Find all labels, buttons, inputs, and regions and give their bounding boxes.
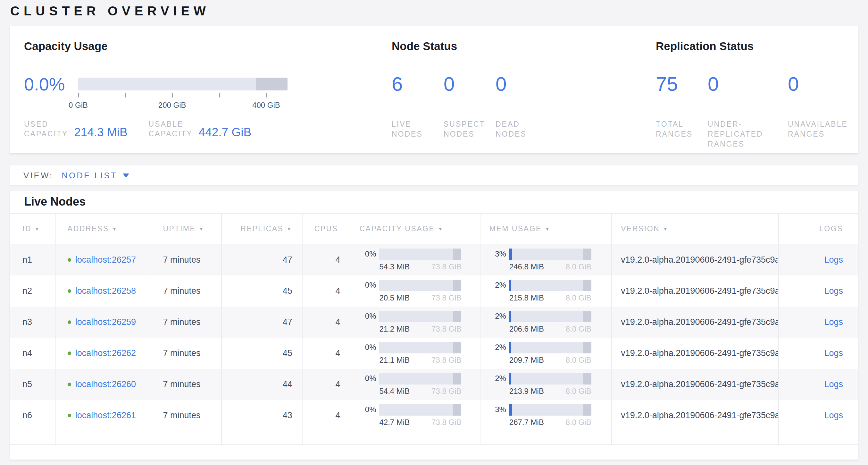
view-dropdown[interactable]: NODE LIST [62,171,129,180]
address-link[interactable]: localhost:26257 [75,255,136,265]
cell-address: localhost:26258 [56,275,152,307]
mem-bar-reserved-segment [583,342,591,353]
capacity-usage: 0%54.4 MiB73.8 GiB [359,373,461,396]
column-header-address[interactable]: ADDRESS▼ [56,213,152,244]
metric-live-nodes: 6LIVE NODES [392,74,444,139]
page-title: CLUSTER OVERVIEW [10,4,210,18]
cell-address: localhost:26260 [56,369,152,400]
sort-arrow-icon: ▼ [663,226,668,232]
cell-uptime: 7 minutes [151,369,222,400]
capacity-stat-value: 442.7 GiB [199,126,252,139]
axis-tick [125,93,126,97]
address-link[interactable]: localhost:26259 [75,317,136,327]
mem-usage-bar [509,404,591,416]
table-row: n6localhost:262617 minutes4340%42.7 MiB7… [10,400,858,431]
mem-usage-bar-block: 209.7 MiB8.0 GiB [509,342,591,365]
logs-link[interactable]: Logs [824,317,843,327]
live-nodes-title: Live Nodes [24,195,86,208]
capacity-bar-reserved-segment [256,78,287,90]
mem-usage-percent: 2% [490,374,506,383]
mem-usage-percent: 2% [490,280,506,290]
column-label: REPLICAS [241,225,284,233]
footer-cell [779,431,858,444]
capacity-total-value: 73.8 GiB [431,262,461,271]
mem-bar-reserved-segment [583,249,591,260]
logs-link[interactable]: Logs [824,255,843,265]
axis-tick-label: 0 GiB [69,101,88,110]
cell-version: v19.2.0-alpha.20190606-2491-gfe735c9a97 [612,369,779,400]
sort-arrow-icon: ▼ [35,226,40,232]
capacity-usage-labels: 20.5 MiB73.8 GiB [379,293,461,302]
capacity-used-value: 42.7 MiB [379,418,410,427]
axis-tick [172,93,173,97]
mem-usage-bar [509,373,591,384]
column-header-id[interactable]: ID▼ [10,213,56,244]
footer-cell [480,431,612,444]
footer-cell [222,431,303,444]
cell-logs: Logs [779,307,858,338]
axis-tick [78,93,79,97]
column-header-version[interactable]: VERSION▼ [612,213,779,244]
logs-link[interactable]: Logs [824,379,843,389]
mem-used-value: 206.6 MiB [509,324,544,333]
capacity-usage-cell: 0%21.1 MiB73.8 GiB [350,338,480,369]
cell-node-id: n5 [10,369,56,400]
mem-usage: 3%267.7 MiB8.0 GiB [490,404,591,427]
capacity-stat-value: 214.3 MiB [74,126,128,139]
cell-cpus: 4 [303,369,351,400]
capacity-bar-reserved-segment [453,404,462,416]
mem-usage-bar [509,342,591,353]
chevron-down-icon [123,174,129,178]
cell-node-id: n6 [10,400,56,431]
mem-total-value: 8.0 GiB [566,324,591,333]
sort-arrow-icon: ▼ [438,226,443,232]
mem-usage: 2%213.9 MiB8.0 GiB [490,373,591,396]
logs-link[interactable]: Logs [824,410,843,420]
metric-label: UNDER-REPLICATED RANGES [708,119,788,149]
version-text: v19.2.0-alpha.20190606-2491-gfe735c9a97 [621,286,779,296]
axis-tick-label: 400 GiB [252,101,280,110]
address-link[interactable]: localhost:26262 [75,348,136,358]
mem-usage-percent: 2% [490,311,506,321]
cell-node-id: n4 [10,338,56,369]
cell-logs: Logs [779,369,858,400]
capacity-total-value: 73.8 GiB [431,293,461,302]
table-body: n1localhost:262577 minutes4740%54.3 MiB7… [10,244,858,431]
capacity-usage-cell: 0%54.4 MiB73.8 GiB [350,369,480,400]
logs-link[interactable]: Logs [824,348,843,358]
table-row: n5localhost:262607 minutes4440%54.4 MiB7… [10,369,858,400]
address-link[interactable]: localhost:26260 [75,379,136,389]
metric-value: 0 [708,74,788,94]
mem-total-value: 8.0 GiB [566,262,591,271]
capacity-usage-cell: 0%54.3 MiB73.8 GiB [350,244,480,275]
capacity-usage-percent: 0% [359,405,376,414]
cell-address: localhost:26262 [56,338,152,369]
footer-cell [350,431,480,444]
mem-bar-used-segment [509,311,511,322]
mem-bar-reserved-segment [583,404,591,416]
column-header-capacity-usage[interactable]: CAPACITY USAGE▼ [350,213,480,244]
logs-link[interactable]: Logs [824,286,843,296]
capacity-stats: USED CAPACITY214.3 MiBUSABLE CAPACITY442… [24,119,251,139]
capacity-total-value: 73.8 GiB [431,387,461,396]
column-header-replicas[interactable]: REPLICAS▼ [222,213,303,244]
cell-cpus: 4 [303,275,351,307]
capacity-usage-percent: 0% [359,343,376,352]
mem-bar-reserved-segment [583,373,591,384]
cell-uptime: 7 minutes [151,244,222,275]
version-text: v19.2.0-alpha.20190606-2491-gfe735c9a97 [621,317,779,327]
capacity-stat-usable-capacity: USABLE CAPACITY442.7 GiB [149,119,252,139]
column-header-mem-usage[interactable]: MEM USAGE▼ [480,213,612,244]
cell-node-id: n3 [10,307,56,338]
capacity-usage-labels: 42.7 MiB73.8 GiB [379,418,461,427]
version-text: v19.2.0-alpha.20190606-2491-gfe735c9a97 [621,379,779,389]
node-live-status-dot [68,383,71,386]
address-link[interactable]: localhost:26258 [75,286,136,296]
mem-bar-used-segment [509,249,512,260]
column-header-uptime[interactable]: UPTIME▼ [151,213,222,244]
cell-cpus: 4 [303,338,351,369]
footer-cell [303,431,351,444]
address-link[interactable]: localhost:26261 [75,410,136,420]
mem-usage-bar [509,311,591,322]
capacity-used-percent: 0.0% [24,74,65,95]
